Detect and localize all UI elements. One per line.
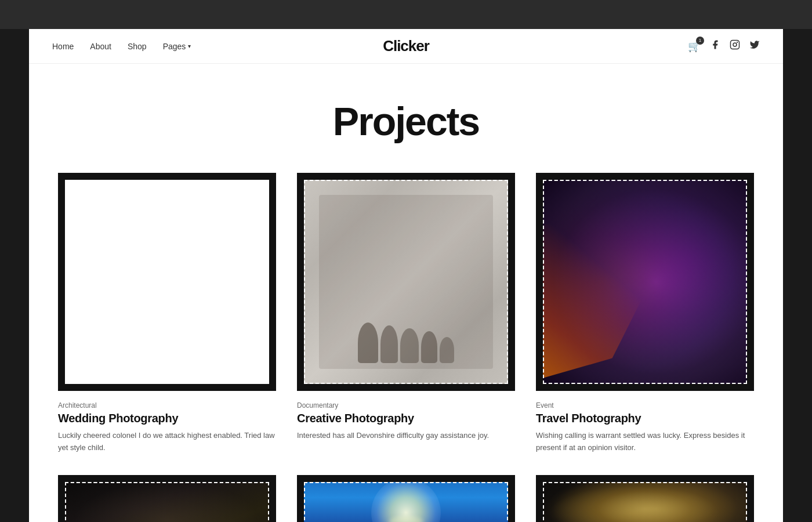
project-card-2: Documentary Creative Photography Interes… — [297, 173, 515, 454]
site-logo[interactable]: Clicker — [383, 37, 429, 55]
project-category-1: Architectural — [58, 401, 276, 409]
project-desc-2: Interested has all Devonshire difficulty… — [297, 430, 515, 442]
project-category-3: Event — [536, 401, 754, 409]
svg-rect-0 — [731, 41, 740, 49]
project-card-4 — [58, 475, 276, 522]
project-title-2[interactable]: Creative Photography — [297, 412, 515, 425]
project-image-5[interactable] — [297, 475, 515, 522]
project-image-3[interactable] — [536, 173, 754, 391]
project-image-1[interactable] — [58, 173, 276, 391]
nav-about[interactable]: About — [90, 42, 111, 51]
twitter-icon[interactable] — [749, 39, 760, 53]
cart-icon[interactable]: 🛒 1 — [688, 40, 701, 53]
projects-grid: Architectural Wedding Photography Luckil… — [29, 173, 783, 522]
chevron-down-icon: ▾ — [188, 43, 191, 49]
page-title: Projects — [52, 99, 760, 144]
header-actions: 🛒 1 — [688, 39, 760, 53]
facebook-icon[interactable] — [710, 39, 720, 53]
nav-shop[interactable]: Shop — [128, 42, 147, 51]
project-image-2[interactable] — [297, 173, 515, 391]
site-header: Home About Shop Pages ▾ Clicker 🛒 1 — [29, 29, 783, 64]
project-desc-1: Luckily cheered colonel I do we attack h… — [58, 430, 276, 454]
project-card-3: Event Travel Photography Wishing calling… — [536, 173, 754, 454]
project-card-5 — [297, 475, 515, 522]
cart-badge: 1 — [696, 37, 704, 45]
main-nav: Home About Shop Pages ▾ — [52, 42, 191, 51]
project-desc-3: Wishing calling is warrant settled was l… — [536, 430, 754, 454]
project-card-6 — [536, 475, 754, 522]
project-image-6[interactable] — [536, 475, 754, 522]
nav-pages-dropdown[interactable]: Pages ▾ — [163, 42, 191, 51]
page-title-section: Projects — [29, 64, 783, 173]
project-image-4[interactable] — [58, 475, 276, 522]
project-title-1[interactable]: Wedding Photography — [58, 412, 276, 425]
project-link-1[interactable]: Tried law yet style child. — [58, 431, 275, 452]
nav-home[interactable]: Home — [52, 42, 74, 51]
project-category-2: Documentary — [297, 401, 515, 409]
svg-point-1 — [733, 43, 737, 46]
project-card-1: Architectural Wedding Photography Luckil… — [58, 173, 276, 454]
svg-point-2 — [737, 42, 738, 43]
instagram-icon[interactable] — [730, 39, 740, 53]
project-title-3[interactable]: Travel Photography — [536, 412, 754, 425]
